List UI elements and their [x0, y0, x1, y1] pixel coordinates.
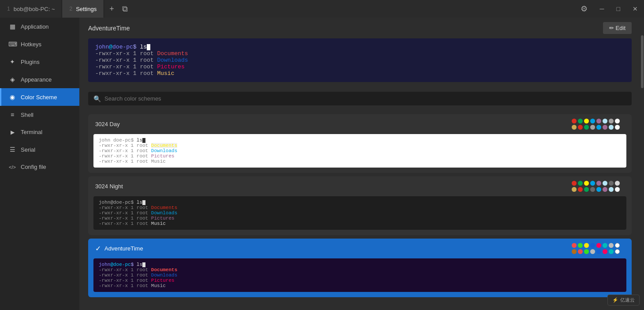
sidebar-item-shell-label: Shell — [21, 112, 34, 118]
sidebar-item-application[interactable]: ▦ Application — [0, 18, 79, 35]
scheme-adventure-time-name: AdventureTime — [104, 245, 143, 252]
scheme-adventure-time-header: ✓ AdventureTime — [88, 239, 632, 258]
preview-header: AdventureTime ✏ Edit — [79, 18, 640, 38]
tab-2-number: 2 — [69, 6, 72, 12]
bottom-badge: ⚡亿速云 — [607, 295, 640, 306]
sidebar-item-color-scheme[interactable]: ◉ Color Scheme — [0, 88, 79, 106]
scrollbar-thumb[interactable] — [641, 35, 644, 88]
preview-title: AdventureTime — [88, 25, 130, 32]
sidebar-item-terminal-label: Terminal — [21, 129, 42, 135]
scheme-adventure-time-colors — [572, 243, 625, 254]
sidebar-item-shell[interactable]: ≡ Shell — [0, 106, 79, 123]
check-icon: ✓ — [95, 244, 101, 253]
preview-line-4-perm: -rwxr-xr-x 1 root — [95, 70, 157, 77]
preview-line-3-item: Pictures — [157, 63, 184, 70]
tab-actions: + ⧉ — [106, 3, 131, 15]
sidebar: ▦ Application ⌨ Hotkeys ✦ Plugins ◈ Appe… — [0, 18, 79, 310]
preview-line-1-item: Documents — [157, 50, 188, 57]
preview-cursor — [147, 44, 150, 50]
search-icon: 🔍 — [93, 95, 101, 102]
scheme-3024-night-header: 3024 Night — [88, 176, 632, 196]
preview-line-1-perm: -rwxr-xr-x 1 root — [95, 50, 157, 57]
close-button[interactable]: ✕ — [626, 0, 644, 18]
sidebar-item-appearance[interactable]: ◈ Appearance — [0, 71, 79, 88]
hotkeys-icon: ⌨ — [8, 41, 16, 48]
scheme-card-3024-night[interactable]: 3024 Night — [88, 176, 632, 235]
sidebar-item-application-label: Application — [21, 23, 49, 30]
scheme-3024-night-colors — [572, 181, 625, 192]
search-bar-wrap: 🔍 — [79, 86, 640, 111]
main-layout: ▦ Application ⌨ Hotkeys ✦ Plugins ◈ Appe… — [0, 18, 644, 310]
badge-icon: ⚡ — [612, 297, 618, 303]
schemes-container: 3024 Day — [79, 111, 640, 310]
sidebar-item-terminal[interactable]: ▶ Terminal — [0, 123, 79, 141]
config-file-icon: </> — [8, 164, 16, 170]
sidebar-item-appearance-label: Appearance — [21, 76, 52, 83]
gear-button[interactable]: ⚙ — [574, 0, 594, 18]
scheme-3024-day-terminal: john doe-pc$ ls -rwxr-xr-x 1 root Docume… — [93, 134, 626, 168]
preview-line-2-perm: -rwxr-xr-x 1 root — [95, 57, 157, 63]
shell-icon: ≡ — [8, 111, 16, 118]
serial-icon: ☰ — [8, 146, 16, 153]
badge-label: 亿速云 — [620, 297, 635, 303]
tab-bar: 1 bob@bob-PC: ~ 2 Settings + ⧉ ⚙ ─ □ ✕ — [0, 0, 644, 18]
tab-1-title: bob@bob-PC: ~ — [14, 6, 55, 12]
plugins-icon: ✦ — [8, 58, 16, 65]
preview-cmd: ls — [137, 44, 147, 50]
maximize-button[interactable]: □ — [610, 0, 626, 18]
tab-1[interactable]: 1 bob@bob-PC: ~ — [0, 0, 62, 18]
sidebar-item-serial-label: Serial — [21, 146, 35, 153]
sidebar-item-plugins-label: Plugins — [21, 59, 40, 65]
application-icon: ▦ — [8, 23, 16, 30]
sidebar-item-hotkeys[interactable]: ⌨ Hotkeys — [0, 35, 79, 53]
tab-2[interactable]: 2 Settings — [62, 0, 104, 18]
scheme-adventure-time-terminal: john@doe-pc$ ls -rwxr-xr-x 1 root Docume… — [93, 258, 626, 292]
scheme-3024-night-terminal: john@doe-pc$ ls -rwxr-xr-x 1 root Docume… — [93, 196, 626, 230]
scheme-3024-night-name: 3024 Night — [95, 183, 123, 190]
sidebar-item-config-file-label: Config file — [21, 164, 46, 170]
scheme-3024-day-colors — [572, 119, 625, 130]
minimize-button[interactable]: ─ — [594, 0, 610, 18]
right-scrollbar[interactable] — [640, 18, 644, 310]
add-tab-button[interactable]: + — [106, 3, 118, 15]
preview-line-2-item: Downloads — [157, 57, 188, 63]
scheme-card-adventure-time[interactable]: ✓ AdventureTime — [88, 239, 632, 297]
edit-button[interactable]: ✏ Edit — [603, 22, 632, 34]
content-area: AdventureTime ✏ Edit john@doe-pc$ ls -rw… — [79, 18, 640, 310]
preview-host: doe-pc — [112, 44, 133, 50]
preview-line-4-item: Music — [157, 70, 174, 77]
window-controls: ─ □ ✕ — [594, 0, 644, 18]
preview-line-3-perm: -rwxr-xr-x 1 root — [95, 63, 157, 70]
search-bar: 🔍 — [88, 92, 632, 105]
search-input[interactable] — [104, 92, 626, 105]
tab-1-number: 1 — [7, 6, 10, 12]
sidebar-item-plugins[interactable]: ✦ Plugins — [0, 53, 79, 71]
tile-button[interactable]: ⧉ — [119, 3, 131, 15]
preview-symbol: $ — [133, 44, 137, 50]
preview-prompt: john — [95, 44, 109, 50]
color-scheme-icon: ◉ — [8, 93, 16, 101]
sidebar-item-hotkeys-label: Hotkeys — [21, 41, 41, 48]
scheme-card-3024-day[interactable]: 3024 Day — [88, 114, 632, 173]
sidebar-item-serial[interactable]: ☰ Serial — [0, 141, 79, 158]
scheme-3024-day-header: 3024 Day — [88, 114, 632, 134]
terminal-icon: ▶ — [8, 129, 16, 135]
tab-2-title: Settings — [76, 6, 97, 12]
appearance-icon: ◈ — [8, 76, 16, 83]
top-terminal-preview: john@doe-pc$ ls -rwxr-xr-x 1 root Docume… — [88, 38, 632, 82]
preview-at: @ — [109, 44, 112, 50]
sidebar-item-color-scheme-label: Color Scheme — [21, 94, 57, 101]
sidebar-item-config-file[interactable]: </> Config file — [0, 158, 79, 176]
scheme-3024-day-name: 3024 Day — [95, 121, 120, 127]
